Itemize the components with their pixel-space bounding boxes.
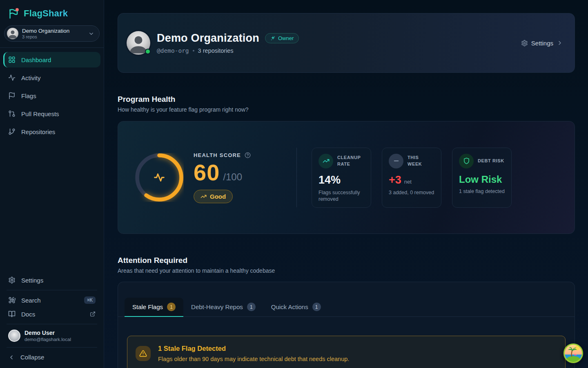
- sidebar-item-label: Dashboard: [21, 56, 51, 63]
- health-score-label: HEALTH SCORE: [194, 152, 241, 158]
- sidebar-item-label: Activity: [21, 74, 41, 81]
- org-handle: @demo-org: [157, 47, 189, 54]
- section-subtitle: Areas that need your attention to mainta…: [118, 267, 575, 274]
- trending-up-icon: [200, 193, 207, 200]
- chevron-down-icon: [88, 31, 94, 37]
- tab-label: Quick Actions: [271, 303, 308, 310]
- tab-debt-heavy-repos[interactable]: Debt-Heavy Repos 1: [183, 298, 263, 317]
- sidebar-search[interactable]: Search ⌘K: [0, 293, 104, 307]
- island-widget-button[interactable]: [563, 343, 584, 364]
- stat-label: CLEANUP RATE: [337, 155, 364, 168]
- warning-triangle-icon: [136, 346, 151, 361]
- stat-card-cleanup-rate: CLEANUP RATE 14% Flags successfully remo…: [312, 148, 371, 208]
- sidebar-docs[interactable]: Docs: [0, 307, 104, 321]
- health-status-label: Good: [210, 193, 226, 200]
- sidebar-item-label: Repositories: [21, 128, 55, 135]
- sidebar-settings[interactable]: Settings: [0, 273, 104, 287]
- tab-label: Debt-Heavy Repos: [191, 303, 243, 310]
- stat-label: DEBT RISK: [478, 158, 504, 164]
- sidebar-bottom: Settings Search ⌘K Docs Demo User demo@f…: [0, 273, 104, 364]
- attention-card: Stale Flags 1 Debt-Heavy Repos 1 Quick A…: [118, 282, 575, 368]
- health-score-max: /100: [223, 171, 242, 183]
- tab-quick-actions[interactable]: Quick Actions 1: [263, 298, 329, 317]
- sidebar-item-repositories[interactable]: Repositories: [3, 124, 100, 139]
- app-name: FlagShark: [24, 8, 68, 19]
- sidebar: FlagShark Demo Organization 3 repos Dash…: [0, 0, 104, 368]
- flag-icon: [8, 92, 16, 99]
- tab-stale-flags[interactable]: Stale Flags 1: [125, 298, 183, 317]
- org-settings-link[interactable]: Settings: [521, 40, 563, 47]
- org-avatar: [127, 31, 150, 55]
- docs-label: Docs: [21, 311, 35, 318]
- stat-value: +3: [389, 174, 401, 186]
- stale-flag-alert: 1 Stale Flag Detected Flags older than 9…: [127, 336, 566, 368]
- user-email: demo@flagshark.local: [24, 337, 71, 342]
- attention-tabs: Stale Flags 1 Debt-Heavy Repos 1 Quick A…: [118, 282, 575, 317]
- dashboard-grid-icon: [8, 56, 16, 63]
- sidebar-divider: [0, 47, 104, 48]
- section-subtitle: How healthy is your feature flag program…: [118, 106, 575, 113]
- section-title: Program Health: [118, 95, 575, 104]
- org-header-card: Demo Organization Owner @demo-org 3 repo…: [118, 13, 575, 73]
- shield-icon: [459, 154, 474, 168]
- stat-description: Flags successfully removed: [318, 189, 364, 203]
- sidebar-collapse[interactable]: Collapse: [0, 350, 104, 364]
- stat-description: 1 stale flag detected: [459, 188, 505, 195]
- online-status-dot: [145, 49, 151, 54]
- external-link-icon: [90, 311, 96, 317]
- org-selector[interactable]: Demo Organization 3 repos: [4, 25, 100, 42]
- meta-separator-dot: [193, 50, 194, 52]
- health-status-badge: Good: [194, 190, 233, 203]
- gear-icon: [521, 40, 528, 47]
- gear-icon: [8, 276, 16, 284]
- sidebar-item-activity[interactable]: Activity: [3, 70, 100, 85]
- user-menu[interactable]: Demo User demo@flagshark.local: [0, 327, 104, 344]
- command-icon: [8, 296, 16, 304]
- search-label: Search: [21, 297, 41, 304]
- sidebar-item-flags[interactable]: Flags: [3, 88, 100, 103]
- alert-title: 1 Stale Flag Detected: [158, 345, 349, 352]
- stat-unit: net: [404, 179, 412, 185]
- tab-count-badge: 1: [247, 303, 256, 311]
- org-title: Demo Organization: [157, 32, 259, 45]
- stat-value: 14%: [318, 174, 341, 186]
- health-score-gauge: [135, 153, 184, 202]
- stat-value: Low Risk: [459, 174, 502, 185]
- help-circle-icon[interactable]: [245, 152, 251, 158]
- health-score-block: HEALTH SCORE 60 /100 Good: [194, 152, 251, 203]
- activity-pulse-icon: [8, 74, 16, 81]
- sidebar-item-label: Flags: [21, 92, 36, 99]
- main-content: Demo Organization Owner @demo-org 3 repo…: [105, 0, 588, 368]
- owner-badge-label: Owner: [278, 35, 294, 41]
- stat-card-this-week: THIS WEEK +3 net 3 added, 0 removed: [382, 148, 441, 208]
- git-branch-icon: [8, 128, 16, 135]
- search-shortcut: ⌘K: [84, 296, 96, 304]
- section-title: Attention Required: [118, 256, 575, 265]
- org-selector-meta: 3 repos: [22, 34, 69, 39]
- attention-required-header: Attention Required Areas that need your …: [118, 256, 575, 274]
- sidebar-item-dashboard[interactable]: Dashboard: [3, 52, 100, 67]
- minus-icon: [389, 154, 403, 168]
- sparkles-icon: [270, 36, 276, 41]
- trending-up-icon: [318, 154, 333, 168]
- org-settings-label: Settings: [531, 40, 553, 47]
- health-score-card: HEALTH SCORE 60 /100 Good: [118, 121, 575, 234]
- sidebar-item-label: Pull Requests: [21, 110, 59, 117]
- user-name: Demo User: [24, 330, 71, 337]
- stat-card-debt-risk: DEBT RISK Low Risk 1 stale flag detected: [452, 148, 512, 208]
- sidebar-nav: Dashboard Activity Flags Pull Requests R…: [0, 51, 104, 143]
- flagshark-logo-icon: [7, 7, 20, 20]
- health-score-value: 60: [194, 159, 220, 186]
- sidebar-item-pull-requests[interactable]: Pull Requests: [3, 106, 100, 121]
- health-stats-row: CLEANUP RATE 14% Flags successfully remo…: [312, 148, 512, 208]
- org-repo-count: 3 repositories: [198, 47, 234, 54]
- owner-badge: Owner: [265, 33, 299, 43]
- sidebar-divider: [7, 290, 97, 290]
- tab-count-badge: 1: [167, 303, 176, 311]
- settings-label: Settings: [21, 277, 43, 284]
- git-pull-request-icon: [8, 110, 16, 117]
- book-open-icon: [8, 310, 16, 318]
- vertical-divider: [296, 148, 297, 207]
- app-logo: FlagShark: [0, 6, 104, 25]
- user-avatar: [8, 330, 20, 342]
